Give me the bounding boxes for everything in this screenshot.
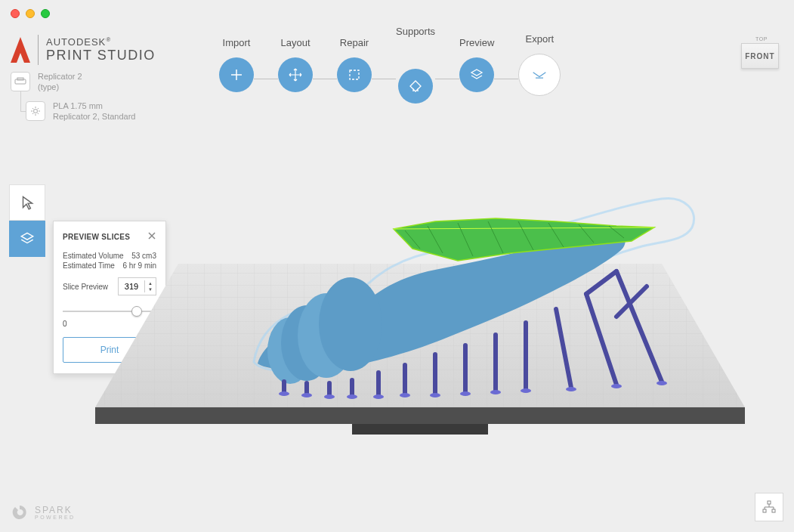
- minimize-icon[interactable]: [26, 9, 35, 18]
- viewcube[interactable]: TOP FRONT: [741, 36, 782, 69]
- svg-point-40: [400, 393, 410, 397]
- spark-icon: [11, 503, 29, 521]
- viewport-3d[interactable]: [60, 106, 779, 396]
- autodesk-logo-icon: [11, 37, 30, 63]
- spark-powered: SPARK POWERED: [11, 503, 76, 521]
- svg-point-44: [521, 388, 531, 393]
- printer-name: Replicator 2: [38, 71, 82, 82]
- svg-marker-6: [95, 407, 745, 424]
- plus-icon: [229, 67, 244, 82]
- step-preview[interactable]: Preview: [459, 37, 494, 92]
- svg-point-39: [373, 394, 384, 399]
- step-export[interactable]: Export: [518, 33, 561, 96]
- svg-rect-48: [768, 501, 771, 504]
- printer-icon[interactable]: [11, 72, 30, 91]
- svg-point-45: [566, 387, 576, 391]
- step-repair[interactable]: Repair: [337, 37, 372, 92]
- svg-point-47: [657, 381, 667, 385]
- layers-tool[interactable]: [9, 221, 45, 257]
- svg-point-36: [301, 393, 312, 397]
- svg-rect-49: [763, 509, 766, 512]
- layers-icon: [469, 67, 484, 82]
- brand-line1: AUTODESK: [46, 36, 106, 48]
- build-plate: [88, 188, 752, 445]
- move-icon: [288, 67, 303, 82]
- toolbar-left: [9, 184, 45, 257]
- window-controls: [11, 9, 50, 18]
- svg-rect-50: [772, 509, 775, 512]
- svg-point-11: [319, 277, 382, 371]
- supports-icon: [408, 79, 423, 94]
- brand-reg: ®: [106, 36, 111, 43]
- step-supports[interactable]: Supports: [396, 26, 435, 104]
- step-import[interactable]: Import: [219, 37, 254, 92]
- export-icon: [532, 67, 547, 82]
- svg-point-3: [34, 109, 38, 113]
- maximize-icon[interactable]: [41, 9, 50, 18]
- svg-marker-7: [352, 424, 488, 435]
- workflow-steps: Import Layout Repair Supports Preview Ex…: [219, 26, 561, 104]
- brand-header: AUTODESK® PRINT STUDIO: [11, 35, 156, 65]
- close-icon[interactable]: [11, 9, 20, 18]
- svg-point-41: [430, 393, 440, 397]
- viewcube-top-label: TOP: [741, 36, 782, 42]
- spark-sub: POWERED: [35, 515, 76, 520]
- svg-point-46: [611, 384, 622, 388]
- svg-point-42: [460, 391, 471, 396]
- spark-label: SPARK: [35, 506, 76, 515]
- network-icon[interactable]: [755, 493, 783, 521]
- repair-icon: [347, 67, 362, 82]
- cursor-tool[interactable]: [9, 184, 45, 221]
- gear-icon[interactable]: [26, 101, 45, 121]
- svg-point-35: [279, 391, 289, 396]
- viewcube-front-label[interactable]: FRONT: [741, 43, 779, 69]
- printer-sub: (type): [38, 82, 82, 92]
- svg-point-37: [324, 394, 335, 399]
- step-layout[interactable]: Layout: [278, 37, 313, 92]
- svg-point-43: [490, 390, 501, 394]
- svg-point-38: [347, 394, 357, 399]
- svg-rect-0: [350, 70, 359, 79]
- brand-line2: PRINT STUDIO: [46, 48, 156, 63]
